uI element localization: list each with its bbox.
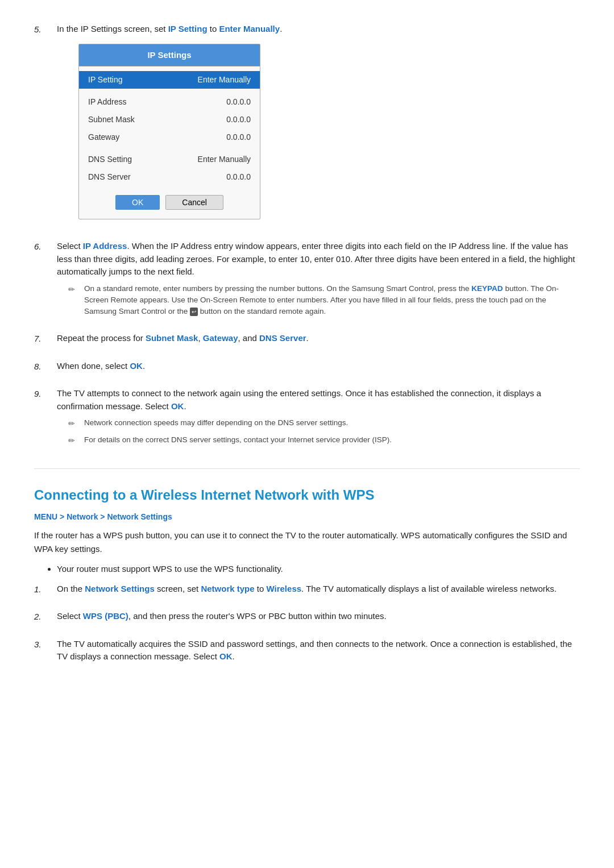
dns-setting-row[interactable]: DNS Setting Enter Manually <box>79 151 260 168</box>
wps-step-2-text: Select WPS (PBC), and then press the rou… <box>57 610 580 623</box>
step-5-text: In the IP Settings screen, set IP Settin… <box>57 23 580 36</box>
return-icon: ↩ <box>190 308 198 316</box>
wps-step-1-num: 1. <box>34 583 57 596</box>
dns-server-row[interactable]: DNS Server 0.0.0.0 <box>79 168 260 186</box>
cancel-button[interactable]: Cancel <box>165 195 223 210</box>
pencil-icon: ✏ <box>68 284 80 296</box>
step-8-text: When done, select OK. <box>57 360 580 373</box>
pencil-icon-2: ✏ <box>68 418 80 430</box>
wps-bullet-1: Your router must support WPS to use the … <box>57 563 580 576</box>
subnet-mask-row[interactable]: Subnet Mask 0.0.0.0 <box>79 111 260 128</box>
wps-step-1-text: On the Network Settings screen, set Netw… <box>57 583 580 596</box>
wps-intro: If the router has a WPS push button, you… <box>34 529 580 556</box>
step-6-text: Select IP Address. When the IP Address e… <box>57 240 580 279</box>
wps-bullets: Your router must support WPS to use the … <box>57 563 580 576</box>
step-7-text: Repeat the process for Subnet Mask, Gate… <box>57 332 580 345</box>
wps-step-3-num: 3. <box>34 638 57 651</box>
step-9-note-1: ✏ Network connection speeds may differ d… <box>68 417 580 430</box>
ok-button[interactable]: OK <box>115 195 160 210</box>
step-6-num: 6. <box>34 240 57 254</box>
step-6-note: ✏ On a standard remote, enter numbers by… <box>68 283 580 318</box>
step-8-num: 8. <box>34 360 57 373</box>
pencil-icon-3: ✏ <box>68 435 80 447</box>
section-heading: Connecting to a Wireless Internet Networ… <box>34 468 580 505</box>
step-9-num: 9. <box>34 387 57 401</box>
ip-address-row[interactable]: IP Address 0.0.0.0 <box>79 93 260 111</box>
step-9-note-2: ✏ For details on the correct DNS server … <box>68 434 580 447</box>
breadcrumb: MENU > Network > Network Settings <box>34 511 580 523</box>
ip-setting-row[interactable]: IP Setting Enter Manually <box>79 71 260 89</box>
gateway-row[interactable]: Gateway 0.0.0.0 <box>79 128 260 146</box>
wps-step-2-num: 2. <box>34 610 57 624</box>
step-7-num: 7. <box>34 332 57 346</box>
ip-settings-title: IP Settings <box>79 44 260 67</box>
step-9-text: The TV attempts to connect to the networ… <box>57 387 580 413</box>
step-5-num: 5. <box>34 23 57 36</box>
wps-step-3-text: The TV automatically acquires the SSID a… <box>57 638 580 663</box>
ip-settings-dialog: IP Settings IP Setting Enter Manually IP… <box>78 44 580 220</box>
wps-section: Connecting to a Wireless Internet Networ… <box>34 468 580 668</box>
